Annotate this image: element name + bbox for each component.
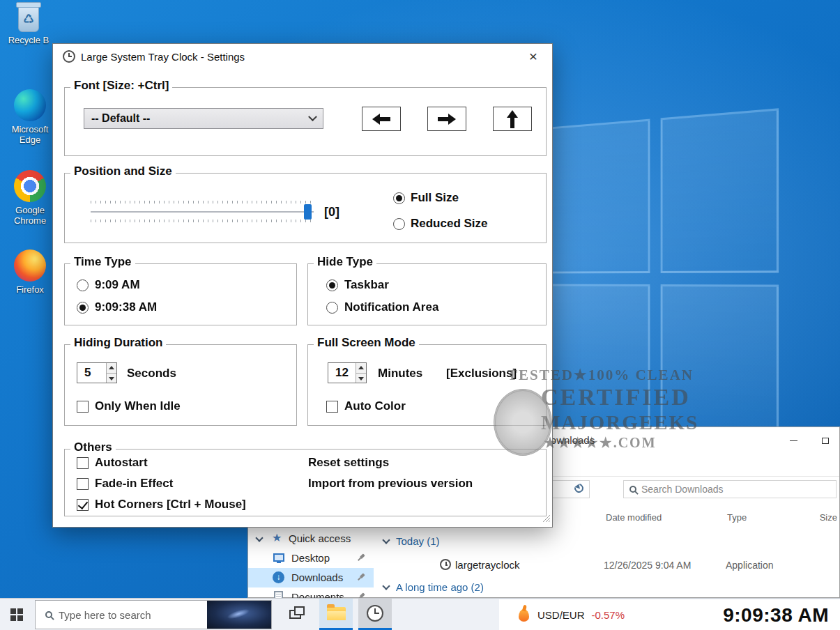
full-size-radio[interactable] <box>393 192 405 204</box>
font-next-button[interactable] <box>427 107 466 131</box>
full-size-label[interactable]: Full Size <box>411 191 459 205</box>
dropdown-chevron-icon <box>308 112 317 121</box>
group-header-long-ago[interactable]: A long time ago (2) <box>374 579 839 596</box>
full-screen-group-label: Full Screen Mode <box>314 336 419 350</box>
file-name[interactable]: largetrayclock <box>455 559 520 571</box>
reduced-size-radio[interactable] <box>393 218 405 230</box>
only-when-idle-label[interactable]: Only When Idle <box>95 399 181 413</box>
desktop-icon-recycle-bin[interactable]: Recycle B <box>1 6 56 45</box>
explorer-sidebar: ★ Quick access Desktop Downloads Documen… <box>248 529 374 599</box>
refresh-icon[interactable] <box>572 482 585 494</box>
sidebar-item-label[interactable]: Downloads <box>291 571 343 583</box>
sidebar-item-downloads[interactable]: Downloads <box>248 568 374 587</box>
slider-ticks <box>91 220 314 222</box>
taskbar-clock-app-button[interactable] <box>358 599 392 630</box>
hiding-duration-spinner[interactable]: 5 <box>77 362 117 383</box>
desktop-icon-firefox[interactable]: Firefox <box>3 249 57 295</box>
time-short-label[interactable]: 9:09 AM <box>95 278 140 292</box>
pin-icon[interactable] <box>356 571 367 583</box>
explorer-search-box[interactable] <box>623 480 837 498</box>
font-group-label: Font [Size: +Ctrl] <box>70 79 172 93</box>
column-type[interactable]: Type <box>727 512 747 523</box>
slider-thumb[interactable] <box>304 204 312 220</box>
time-short-radio[interactable] <box>77 279 89 291</box>
hide-notification-radio[interactable] <box>326 302 338 314</box>
hide-taskbar-label[interactable]: Taskbar <box>344 278 389 292</box>
ticker-change: -0.57% <box>592 609 625 621</box>
spin-up-button[interactable] <box>107 363 116 374</box>
hiding-duration-group: Hiding Duration 5 Seconds Only When Idle <box>64 344 297 426</box>
clock-icon <box>367 605 383 622</box>
chevron-down-icon[interactable] <box>382 536 390 544</box>
column-size[interactable]: Size <box>802 512 837 523</box>
others-group-label: Others <box>70 440 116 454</box>
reduced-size-label[interactable]: Reduced Size <box>411 217 488 231</box>
hide-taskbar-radio[interactable] <box>326 279 338 291</box>
explorer-search-input[interactable] <box>641 484 836 495</box>
spin-down-button[interactable] <box>107 374 116 383</box>
group-header-label[interactable]: A long time ago (2) <box>396 581 484 593</box>
dialog-titlebar[interactable]: Large System Tray Clock - Settings × <box>53 44 552 69</box>
sidebar-item-quick-access[interactable]: ★ Quick access <box>248 529 374 548</box>
resize-grip[interactable] <box>542 513 551 525</box>
task-view-button[interactable] <box>279 599 311 630</box>
chevron-down-icon[interactable] <box>255 534 263 541</box>
desktop-icon <box>273 553 284 562</box>
search-highlight-image <box>207 601 271 629</box>
spin-up-button[interactable] <box>356 363 366 374</box>
only-when-idle-checkbox[interactable] <box>77 401 89 413</box>
time-long-label[interactable]: 9:09:38 AM <box>95 300 157 314</box>
autostart-checkbox[interactable] <box>77 457 89 469</box>
font-up-button[interactable] <box>493 107 532 131</box>
resize-grip-icon <box>542 514 551 523</box>
edge-icon <box>14 89 46 121</box>
taskbar-search-input[interactable] <box>59 609 207 621</box>
taskbar-search-box[interactable] <box>35 600 272 629</box>
file-row[interactable]: largetrayclock 12/26/2025 9:04 AM Applic… <box>374 555 839 575</box>
task-view-icon <box>289 610 301 619</box>
column-date-modified[interactable]: Date modified <box>606 512 662 523</box>
fade-in-checkbox[interactable] <box>77 478 89 490</box>
currency-ticker[interactable]: USD/EUR -0.57% <box>499 599 632 630</box>
start-button[interactable] <box>0 599 33 630</box>
position-slider[interactable] <box>91 211 314 213</box>
exclusions-link[interactable]: [Exclusions] <box>446 367 517 381</box>
hot-corners-checkbox[interactable] <box>77 499 89 511</box>
hot-corners-label[interactable]: Hot Corners [Ctrl + Mouse] <box>95 498 246 512</box>
hide-notification-label[interactable]: Notification Area <box>344 300 438 314</box>
close-button[interactable]: × <box>524 48 542 65</box>
autostart-label[interactable]: Autostart <box>95 456 148 470</box>
maximize-button[interactable] <box>809 427 840 454</box>
time-long-radio[interactable] <box>77 302 89 314</box>
taskbar: USD/EUR -0.57% 9:09:38 AM <box>0 598 840 630</box>
reset-settings-link[interactable]: Reset settings <box>308 456 389 470</box>
taskbar-explorer-button[interactable] <box>319 599 353 630</box>
font-dropdown[interactable]: -- Default -- <box>84 108 323 129</box>
font-prev-button[interactable] <box>362 107 401 131</box>
minimize-button[interactable] <box>778 427 809 454</box>
spin-down-button[interactable] <box>356 374 366 383</box>
up-arrow-icon <box>507 110 518 128</box>
auto-color-checkbox[interactable] <box>326 401 338 413</box>
full-screen-value[interactable]: 12 <box>328 363 356 383</box>
position-value: [0] <box>324 205 339 220</box>
group-header-label[interactable]: Today (1) <box>396 535 440 547</box>
hiding-duration-value[interactable]: 5 <box>77 363 106 383</box>
sidebar-item-label[interactable]: Desktop <box>291 552 330 564</box>
desktop-icon-chrome[interactable]: Google Chrome <box>3 170 57 226</box>
pin-icon[interactable] <box>356 552 367 564</box>
fade-in-label[interactable]: Fade-in Effect <box>95 477 173 491</box>
desktop-icon-edge[interactable]: Microsoft Edge <box>3 89 57 145</box>
wallpaper-pane <box>546 284 650 439</box>
wallpaper-pane <box>661 108 779 273</box>
tray-clock[interactable]: 9:09:38 AM <box>632 599 840 630</box>
import-link[interactable]: Import from previous version <box>308 477 473 491</box>
ticker-pair: USD/EUR <box>537 609 585 621</box>
sidebar-item-label[interactable]: Quick access <box>289 532 351 544</box>
full-screen-spinner[interactable]: 12 <box>328 362 367 383</box>
sidebar-item-desktop[interactable]: Desktop <box>248 548 374 568</box>
file-date: 12/26/2025 9:04 AM <box>604 560 691 571</box>
chevron-down-icon[interactable] <box>382 582 390 590</box>
auto-color-label[interactable]: Auto Color <box>344 399 406 413</box>
group-header-today[interactable]: Today (1) <box>374 533 839 550</box>
